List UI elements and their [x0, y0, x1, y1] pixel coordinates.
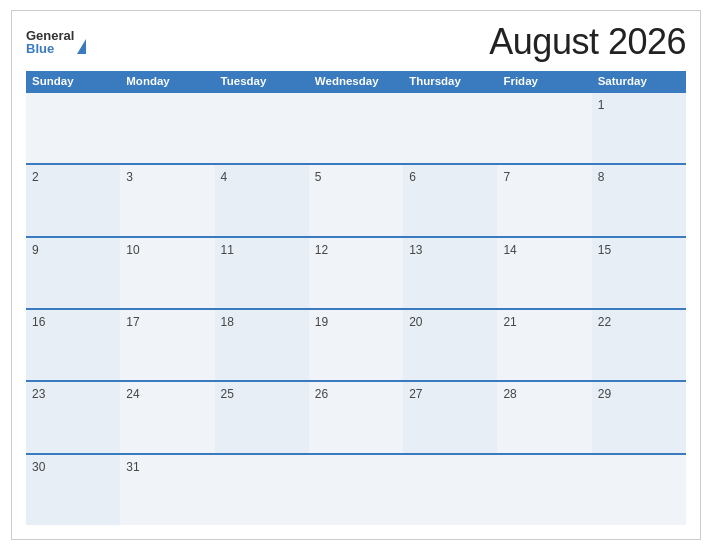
header-monday: Monday: [120, 71, 214, 91]
day-cell: [497, 455, 591, 525]
day-cell-10: 10: [120, 238, 214, 308]
day-cell-24: 24: [120, 382, 214, 452]
week-row-1: 1: [26, 91, 686, 163]
day-cell: [309, 93, 403, 163]
day-cell: [309, 455, 403, 525]
day-cell: [215, 455, 309, 525]
day-cell-7: 7: [497, 165, 591, 235]
day-cell-4: 4: [215, 165, 309, 235]
day-cell-27: 27: [403, 382, 497, 452]
day-cell-16: 16: [26, 310, 120, 380]
day-cell-29: 29: [592, 382, 686, 452]
day-cell-11: 11: [215, 238, 309, 308]
header-tuesday: Tuesday: [215, 71, 309, 91]
weeks-container: 1 2 3 4 5 6 7 8 9 10 11 12 13 14 15: [26, 91, 686, 525]
month-title: August 2026: [489, 21, 686, 63]
calendar-grid: Sunday Monday Tuesday Wednesday Thursday…: [26, 71, 686, 525]
header-saturday: Saturday: [592, 71, 686, 91]
week-row-2: 2 3 4 5 6 7 8: [26, 163, 686, 235]
week-row-3: 9 10 11 12 13 14 15: [26, 236, 686, 308]
day-cell-12: 12: [309, 238, 403, 308]
calendar: General Blue August 2026 Sunday Monday T…: [11, 10, 701, 540]
day-cell-3: 3: [120, 165, 214, 235]
day-cell-20: 20: [403, 310, 497, 380]
day-cell-5: 5: [309, 165, 403, 235]
day-cell: [403, 455, 497, 525]
day-headers-row: Sunday Monday Tuesday Wednesday Thursday…: [26, 71, 686, 91]
header-sunday: Sunday: [26, 71, 120, 91]
day-cell-1: 1: [592, 93, 686, 163]
day-cell-31: 31: [120, 455, 214, 525]
day-cell-17: 17: [120, 310, 214, 380]
day-cell-15: 15: [592, 238, 686, 308]
week-row-4: 16 17 18 19 20 21 22: [26, 308, 686, 380]
day-cell-13: 13: [403, 238, 497, 308]
day-cell-8: 8: [592, 165, 686, 235]
day-cell-14: 14: [497, 238, 591, 308]
logo: General Blue: [26, 29, 86, 55]
day-cell-21: 21: [497, 310, 591, 380]
day-cell-22: 22: [592, 310, 686, 380]
day-cell-9: 9: [26, 238, 120, 308]
day-cell-26: 26: [309, 382, 403, 452]
calendar-header: General Blue August 2026: [26, 21, 686, 63]
day-cell-23: 23: [26, 382, 120, 452]
week-row-5: 23 24 25 26 27 28 29: [26, 380, 686, 452]
day-cell: [120, 93, 214, 163]
logo-triangle-icon: [77, 39, 86, 54]
day-cell-19: 19: [309, 310, 403, 380]
header-thursday: Thursday: [403, 71, 497, 91]
day-cell-30: 30: [26, 455, 120, 525]
day-cell: [215, 93, 309, 163]
day-cell: [497, 93, 591, 163]
day-cell-25: 25: [215, 382, 309, 452]
day-cell-18: 18: [215, 310, 309, 380]
header-friday: Friday: [497, 71, 591, 91]
week-row-6: 30 31: [26, 453, 686, 525]
day-cell: [592, 455, 686, 525]
logo-blue-text: Blue: [26, 42, 54, 55]
day-cell: [26, 93, 120, 163]
day-cell: [403, 93, 497, 163]
day-cell-6: 6: [403, 165, 497, 235]
day-cell-28: 28: [497, 382, 591, 452]
day-cell-2: 2: [26, 165, 120, 235]
header-wednesday: Wednesday: [309, 71, 403, 91]
